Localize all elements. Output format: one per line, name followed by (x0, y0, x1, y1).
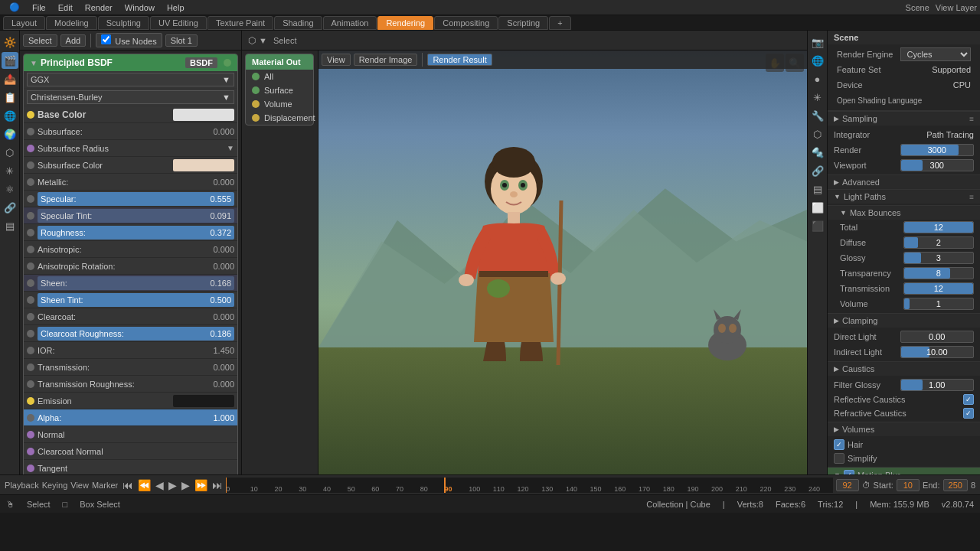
field-base-color[interactable]: Base Color (24, 106, 237, 123)
icon-particles-r[interactable]: ✳ (809, 89, 826, 106)
timeline-keying-label[interactable]: Keying (42, 481, 68, 490)
main-viewport[interactable]: ✋ 🔍 View Render Image Render Result (318, 51, 807, 474)
icon-vgroup-r[interactable]: ⬜ (809, 199, 826, 216)
menu-window[interactable]: Window (119, 3, 161, 12)
field-clearcoat-roughness[interactable]: Clearcoat Roughness: 0.186 (24, 325, 237, 342)
current-frame-display[interactable]: 92 (836, 479, 859, 491)
btn-next-frame[interactable]: ▶ (180, 479, 191, 491)
motion-blur-header[interactable]: ▼ ✓ Motion Blur (828, 467, 980, 474)
icon-globe-r[interactable]: 🌐 (809, 52, 826, 69)
icon-render[interactable]: 🎬 (2, 52, 18, 69)
subsurface-color-swatch[interactable] (173, 159, 234, 171)
hair-checkbox[interactable]: ✓ (834, 439, 844, 450)
icon-scene[interactable]: 🔆 (2, 34, 18, 51)
icon-object[interactable]: ⬡ (2, 144, 18, 161)
viewport-bar[interactable]: 300 (900, 159, 975, 171)
tab-animation[interactable]: Animation (323, 16, 377, 30)
icon-material-r[interactable]: ● (809, 70, 826, 87)
tab-rendering[interactable]: Rendering (377, 16, 433, 30)
btn-jump-end[interactable]: ⏭ (211, 479, 224, 491)
icon-tools-r[interactable]: 🔧 (809, 107, 826, 124)
tab-add[interactable]: + (549, 16, 570, 30)
sampling-section-header[interactable]: ▶ Sampling ≡ (828, 111, 980, 126)
refractive-caustics-checkbox[interactable]: ✓ (963, 408, 974, 419)
specular-tint-bar[interactable]: Specular Tint: 0.091 (38, 209, 234, 223)
specular-bar[interactable]: Specular: 0.555 (38, 192, 234, 206)
field-transmission[interactable]: Transmission: 0.000 (24, 359, 237, 376)
field-roughness[interactable]: Roughness: 0.372 (24, 224, 237, 241)
reflective-caustics-checkbox[interactable]: ✓ (963, 394, 974, 405)
field-ior[interactable]: IOR: 1.450 (24, 342, 237, 359)
tab-compositing[interactable]: Compositing (434, 16, 498, 30)
icon-object-r[interactable]: ⬡ (809, 126, 826, 142)
field-clearcoat[interactable]: Clearcoat: 0.000 (24, 308, 237, 325)
roughness-bar[interactable]: Roughness: 0.372 (38, 226, 234, 240)
btn-play[interactable]: ▶ (167, 479, 178, 491)
use-nodes-button[interactable]: Use Nodes (96, 33, 162, 47)
field-anisotropic[interactable]: Anisotropic: 0.000 (24, 241, 237, 258)
field-emission[interactable]: Emission (24, 393, 237, 409)
icon-output[interactable]: 📤 (2, 70, 18, 87)
light-paths-header[interactable]: ▼ Light Paths ≡ (828, 189, 980, 204)
glossy-bounces-bar[interactable]: 3 (903, 252, 975, 264)
tab-layout[interactable]: Layout (3, 16, 45, 30)
add-button[interactable]: Add (60, 34, 87, 47)
field-clearcoat-normal[interactable]: Clearcoat Normal (24, 443, 237, 460)
btn-prev-frame[interactable]: ◀ (154, 479, 165, 491)
advanced-section-header[interactable]: ▶ Advanced (828, 174, 980, 189)
render-engine-select[interactable]: Cycles (900, 47, 972, 61)
icon-data-r[interactable]: ▤ (809, 181, 826, 197)
field-specular[interactable]: Specular: 0.555 (24, 191, 237, 207)
caustics-section-header[interactable]: ▶ Caustics (828, 361, 980, 376)
menu-render[interactable]: Render (79, 3, 119, 12)
menu-blender[interactable]: 🔵 (3, 2, 26, 12)
select-button[interactable]: Select (23, 34, 57, 47)
distribution-dropdown[interactable]: GGX ▼ (27, 73, 234, 86)
sheen-bar[interactable]: Sheen: 0.168 (38, 276, 234, 290)
tab-scripting[interactable]: Scripting (498, 16, 548, 30)
icon-constraints[interactable]: 🔗 (2, 199, 18, 216)
menu-help[interactable]: Help (161, 3, 191, 12)
tab-shading[interactable]: Shading (274, 16, 322, 30)
render-bar[interactable]: 3000 (900, 144, 975, 156)
field-alpha[interactable]: Alpha: 1.000 (24, 409, 237, 426)
icon-scene2[interactable]: 🌐 (2, 107, 18, 124)
icon-shape-r[interactable]: ⬛ (809, 217, 826, 234)
diffuse-bounces-bar[interactable]: 2 (903, 236, 975, 249)
menu-file[interactable]: File (26, 3, 52, 12)
end-frame-display[interactable]: 250 (943, 479, 968, 491)
field-anisotropic-rotation[interactable]: Anisotropic Rotation: 0.000 (24, 258, 237, 275)
volumes-section-header[interactable]: ▶ Volumes (828, 422, 980, 436)
field-subsurface-radius[interactable]: Subsurface Radius ▼ (24, 140, 237, 157)
icon-constraint-r[interactable]: 🔗 (809, 162, 826, 179)
render-image-button[interactable]: Render Image (354, 54, 418, 66)
max-bounces-header[interactable]: ▼ Max Bounces (828, 205, 980, 220)
timeline-ruler[interactable]: 0 10 20 30 40 50 60 70 80 90 100 110 120… (226, 478, 832, 493)
field-subsurface[interactable]: Subsurface: 0.000 (24, 123, 237, 140)
field-subsurface-color[interactable]: Subsurface Color (24, 157, 237, 174)
icon-physics[interactable]: ⚛ (2, 181, 18, 197)
view-button[interactable]: View (322, 54, 351, 66)
start-frame-display[interactable]: 10 (897, 479, 920, 491)
icon-camera-r[interactable]: 📷 (809, 34, 826, 51)
timeline-marker-label[interactable]: Marker (92, 481, 118, 490)
total-bounces-bar[interactable]: 12 (903, 221, 975, 233)
menu-edit[interactable]: Edit (52, 3, 79, 12)
btn-jump-start[interactable]: ⏮ (121, 479, 135, 491)
use-nodes-checkbox[interactable] (101, 34, 111, 44)
field-tangent[interactable]: Tangent (24, 460, 237, 474)
icon-modifier-r[interactable]: 🔩 (809, 144, 826, 161)
btn-next-keyframe[interactable]: ⏩ (193, 479, 209, 491)
btn-prev-keyframe[interactable]: ⏪ (136, 479, 152, 491)
field-normal[interactable]: Normal (24, 426, 237, 443)
tab-sculpting[interactable]: Sculpting (98, 16, 149, 30)
tab-texture-paint[interactable]: Texture Paint (207, 16, 273, 30)
base-color-swatch[interactable] (173, 109, 234, 121)
icon-data[interactable]: ▤ (2, 217, 18, 234)
timeline-view-label[interactable]: View (70, 481, 89, 490)
motion-blur-checkbox[interactable]: ✓ (844, 470, 854, 474)
simplify-checkbox[interactable] (834, 453, 844, 464)
tab-uv-editing[interactable]: UV Editing (150, 16, 207, 30)
transparency-bounces-bar[interactable]: 8 (903, 267, 975, 279)
filter-glossy-bar[interactable]: 1.00 (900, 379, 975, 391)
